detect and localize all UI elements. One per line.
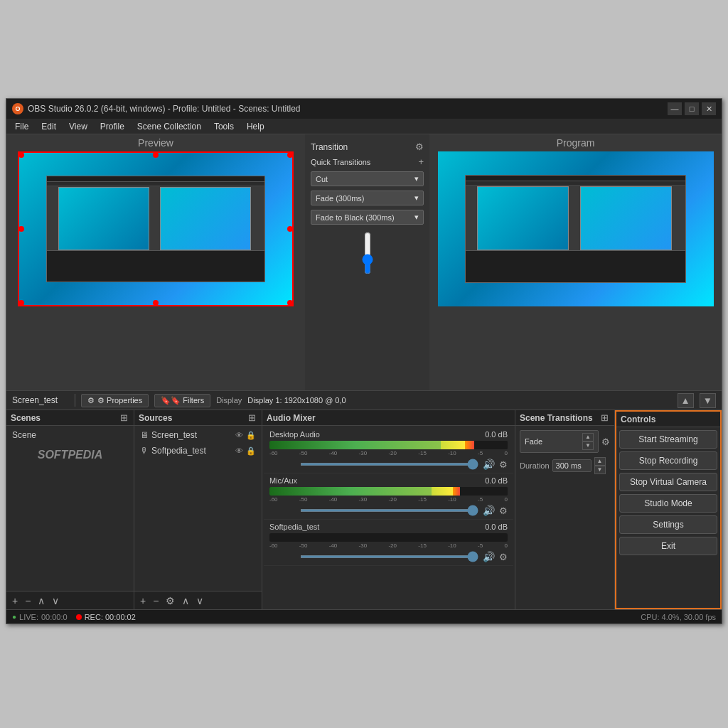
scenes-add-button[interactable]: + <box>11 595 19 606</box>
maximize-button[interactable]: □ <box>685 102 699 115</box>
desktop-volume-slider[interactable] <box>300 463 478 466</box>
scenes-panel-icon-button[interactable]: ⊞ <box>119 412 129 423</box>
st-duration-input[interactable] <box>552 459 592 472</box>
sources-down-button[interactable]: ∨ <box>195 595 205 606</box>
source-lock-button-screen-test[interactable]: 🔒 <box>246 431 256 440</box>
filters-button[interactable]: 🔖 🔖 Filters <box>154 394 210 407</box>
audio-channel-desktop: Desktop Audio 0.0 dB - <box>264 427 513 473</box>
fade-dropdown[interactable]: Fade (300ms) ▾ <box>311 191 424 205</box>
scene-transitions-icon-button[interactable]: ⊞ <box>599 412 610 423</box>
toolbar-separator <box>75 394 75 407</box>
minimize-button[interactable]: — <box>668 102 682 115</box>
mic-audio-mute-button[interactable]: 🔊 <box>483 505 495 516</box>
sources-add-button[interactable]: + <box>139 595 147 606</box>
mic-volume-slider[interactable] <box>300 509 478 512</box>
resize-handle-tl[interactable] <box>18 152 24 158</box>
scene-transitions-title: Scene Transitions <box>520 413 593 423</box>
resize-handle-lm[interactable] <box>18 226 24 232</box>
display-arrow-down[interactable]: ▼ <box>700 393 716 408</box>
studio-mode-button[interactable]: Studio Mode <box>619 494 717 513</box>
st-duration-up-button[interactable]: ▲ <box>594 457 606 466</box>
source-item-left: 🖥 Screen_test <box>140 430 197 440</box>
menu-item-edit[interactable]: Edit <box>36 120 62 133</box>
audio-channel-mic: Mic/Aux 0.0 dB -60-50- <box>264 473 513 520</box>
desktop-meter-green <box>269 441 441 449</box>
source-item-softpedia-test[interactable]: 🎙 Softpedia_test 👁 🔒 <box>136 443 260 459</box>
scene-item-scene[interactable]: Scene <box>8 427 132 443</box>
transition-title-row: Transition ⚙ <box>311 141 424 152</box>
source-eye-button-screen-test[interactable]: 👁 <box>235 431 243 440</box>
mic-audio-settings-button[interactable]: ⚙ <box>499 505 508 516</box>
quick-transitions-add-button[interactable]: + <box>418 156 424 167</box>
menu-item-tools[interactable]: Tools <box>208 120 240 133</box>
source-actions-softpedia-test: 👁 🔒 <box>235 446 256 456</box>
source-actions-screen-test: 👁 🔒 <box>235 431 256 440</box>
stop-virtual-camera-button[interactable]: Stop Virtual Camera <box>619 473 717 491</box>
start-streaming-button[interactable]: Start Streaming <box>619 430 717 449</box>
menu-item-scene-collection[interactable]: Scene Collection <box>132 120 207 133</box>
sources-panel-icon-button[interactable]: ⊞ <box>247 412 257 423</box>
softpedia-audio-meter <box>269 533 508 542</box>
st-duration-arrows: ▲ ▼ <box>594 457 606 474</box>
source-eye-button-softpedia-test[interactable]: 👁 <box>235 446 243 456</box>
scene-transitions-body: Fade ▲ ▼ ⚙ Duration ▲ ▼ <box>515 426 614 478</box>
window-title: OBS Studio 26.0.2 (64-bit, windows) - Pr… <box>28 104 301 114</box>
resize-handle-br[interactable] <box>287 300 293 306</box>
transition-gear-button[interactable]: ⚙ <box>415 141 424 152</box>
live-label: LIVE: <box>19 613 38 621</box>
resize-handle-bl[interactable] <box>18 300 24 306</box>
cut-dropdown[interactable]: Cut ▾ <box>311 171 424 186</box>
menu-item-help[interactable]: Help <box>241 120 270 133</box>
gear-icon: ⚙ <box>87 396 95 405</box>
sources-settings-button[interactable]: ⚙ <box>164 595 176 606</box>
softpedia-audio-header: Softpedia_test 0.0 dB <box>269 523 508 531</box>
softpedia-audio-labels: -60-50-40-30-20-15-10-50 <box>269 542 508 549</box>
st-duration-down-button[interactable]: ▼ <box>594 466 606 474</box>
menu-item-file[interactable]: File <box>9 120 34 133</box>
microphone-icon: 🎙 <box>140 446 149 456</box>
st-arrow-up-button[interactable]: ▲ <box>582 433 594 441</box>
resize-handle-tr[interactable] <box>287 152 293 158</box>
exit-button[interactable]: Exit <box>619 537 717 555</box>
desktop-audio-header: Desktop Audio 0.0 dB <box>269 430 508 439</box>
mic-meter-yellow <box>432 487 453 496</box>
stop-recording-button[interactable]: Stop Recording <box>619 451 717 470</box>
settings-button[interactable]: Settings <box>619 515 717 534</box>
display-arrow-up[interactable]: ▲ <box>678 393 694 408</box>
menu-item-profile[interactable]: Profile <box>95 120 130 133</box>
st-settings-button[interactable]: ⚙ <box>601 437 610 447</box>
source-item-screen-test[interactable]: 🖥 Screen_test 👁 🔒 <box>136 427 260 443</box>
display-label: Display <box>216 396 242 405</box>
resize-handle-bm[interactable] <box>153 300 159 306</box>
resize-handle-rm[interactable] <box>287 226 293 232</box>
audio-mixer-title: Audio Mixer <box>267 413 316 423</box>
softpedia-audio-settings-button[interactable]: ⚙ <box>499 552 508 562</box>
transition-slider[interactable] <box>361 232 374 274</box>
menu-item-view[interactable]: View <box>63 120 93 133</box>
scenes-down-button[interactable]: ∨ <box>50 595 60 606</box>
mic-audio-header: Mic/Aux 0.0 dB <box>269 476 508 485</box>
source-name-softpedia-test: Softpedia_test <box>151 446 206 456</box>
sources-panel-body: 🖥 Screen_test 👁 🔒 🎙 Softpedia_test <box>134 426 262 591</box>
live-time: 00:00:0 <box>41 613 68 621</box>
softpedia-audio-mute-button[interactable]: 🔊 <box>483 551 495 562</box>
fade-black-dropdown[interactable]: Fade to Black (300ms) ▾ <box>311 210 424 225</box>
rec-dot <box>76 614 82 620</box>
close-button[interactable]: ✕ <box>702 102 716 115</box>
sources-up-button[interactable]: ∧ <box>181 595 191 606</box>
st-fade-dropdown[interactable]: Fade ▲ ▼ <box>520 430 599 453</box>
desktop-audio-mute-button[interactable]: 🔊 <box>483 459 495 470</box>
scenes-up-button[interactable]: ∧ <box>36 595 46 606</box>
desktop-audio-settings-button[interactable]: ⚙ <box>499 459 508 470</box>
scenes-remove-button[interactable]: − <box>23 595 32 606</box>
mic-audio-meter-track <box>269 487 508 496</box>
softpedia-volume-slider[interactable] <box>300 555 478 558</box>
resize-handle-tm[interactable] <box>153 152 159 158</box>
mic-meter-green <box>269 487 432 496</box>
status-rec: REC: 00:00:02 <box>76 613 136 621</box>
source-lock-button-softpedia-test[interactable]: 🔒 <box>246 446 256 456</box>
st-arrow-down-button[interactable]: ▼ <box>582 441 594 450</box>
sources-remove-button[interactable]: − <box>151 595 160 606</box>
transition-title: Transition <box>311 142 348 152</box>
properties-button[interactable]: ⚙ ⚙ Properties <box>81 394 149 407</box>
